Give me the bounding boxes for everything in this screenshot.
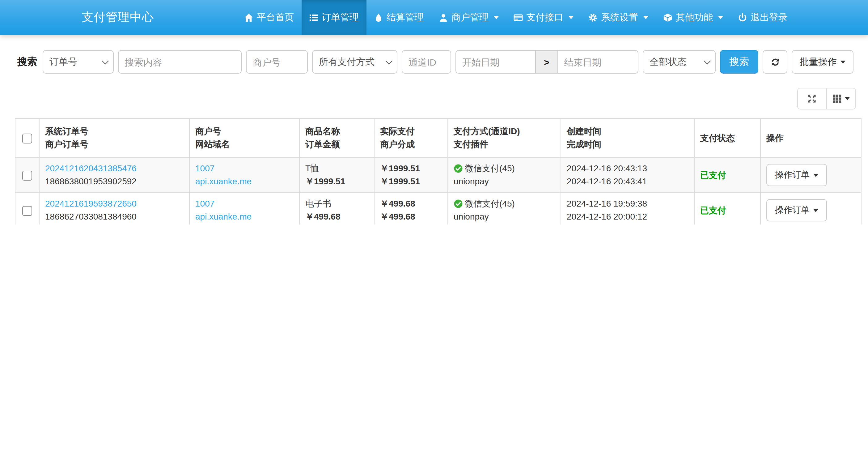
col-header-merchant: 商户号网站域名 [189, 118, 300, 157]
row-checkbox[interactable] [22, 206, 32, 216]
product-name: T恤 [305, 163, 319, 173]
header-label: 支付插件 [454, 138, 555, 151]
header-label: 商户号 [195, 125, 293, 138]
nav-item-label: 订单管理 [322, 11, 359, 23]
created-at: 2024-12-16 20:43:13 [567, 163, 647, 173]
brand-title[interactable]: 支付管理中心 [82, 0, 154, 35]
nav-item-home[interactable]: 平台首页 [237, 0, 301, 35]
list-icon [309, 13, 318, 22]
product-name: 电子书 [305, 199, 331, 208]
system-order-link[interactable]: 2024121620431385476 [45, 162, 136, 175]
row-checkbox[interactable] [22, 171, 32, 181]
nav-item-cube[interactable]: 其他功能 [655, 0, 730, 35]
chevron-down-icon [385, 58, 393, 65]
search-type-select[interactable]: 订单号 [43, 50, 114, 73]
fullscreen-button[interactable] [798, 88, 826, 109]
columns-button[interactable] [826, 88, 855, 109]
table-row: 2024121620431385476186863800195390259210… [15, 157, 861, 193]
status-badge: 已支付 [700, 205, 726, 215]
system-order-link[interactable]: 2024121619593872650 [45, 197, 136, 210]
merchant-share: ￥499.68 [380, 211, 415, 221]
refresh-button[interactable] [763, 50, 787, 73]
nav-item-label: 支付接口 [526, 11, 563, 23]
arrow-right-icon: > [544, 57, 550, 67]
caret-down-icon [643, 16, 648, 19]
grid-columns-icon [832, 94, 841, 103]
date-range-arrow-button[interactable]: > [536, 50, 558, 73]
header-label: 支付方式(通道ID) [454, 125, 555, 138]
credit-card-icon [513, 13, 523, 22]
nav-item-power[interactable]: 退出登录 [730, 0, 795, 35]
order-actions-label: 操作订单 [775, 205, 810, 216]
order-actions-button[interactable]: 操作订单 [766, 164, 827, 186]
actual-paid: ￥1999.51 [380, 163, 420, 173]
pay-plugin: unionpay [454, 176, 489, 186]
caret-down-icon [568, 16, 573, 19]
col-header-check [15, 118, 39, 157]
merchant-id-input[interactable] [246, 50, 308, 73]
power-icon [738, 13, 747, 22]
domain-link[interactable]: api.xuanke.me [195, 210, 251, 223]
order-actions-button[interactable]: 操作订单 [766, 199, 827, 221]
order-amount: ￥1999.51 [305, 176, 345, 186]
select-all-checkbox[interactable] [22, 133, 32, 144]
status-select[interactable]: 全部状态 [643, 50, 716, 73]
col-header-status: 支付状态 [694, 118, 761, 157]
merchant-share: ￥1999.51 [380, 176, 420, 186]
caret-down-icon [494, 16, 498, 19]
completed-at: 2024-12-16 20:00:12 [567, 211, 647, 221]
nav-item-label: 其他功能 [676, 11, 713, 23]
col-header-product: 商品名称订单金额 [300, 118, 374, 157]
nav-item-label: 结算管理 [386, 11, 424, 23]
orders-table: 系统订单号商户订单号商户号网站域名商品名称订单金额实际支付商户分成支付方式(通道… [15, 118, 862, 224]
search-label: 搜索 [17, 55, 37, 68]
pay-method-select[interactable]: 所有支付方式 [312, 50, 397, 73]
chevron-down-icon [704, 58, 711, 65]
completed-at: 2024-12-16 20:43:41 [567, 176, 647, 186]
pay-plugin: unionpay [454, 211, 489, 221]
gear-icon [588, 13, 597, 22]
nav-item-list[interactable]: 订单管理 [301, 0, 366, 35]
page: 支付管理中心 平台首页订单管理结算管理商户管理支付接口系统设置其他功能退出登录 … [0, 0, 868, 224]
top-navbar: 支付管理中心 平台首页订单管理结算管理商户管理支付接口系统设置其他功能退出登录 [0, 0, 868, 35]
date-range-group: > [456, 50, 639, 73]
nav-item-gear[interactable]: 系统设置 [581, 0, 655, 35]
nav-item-label: 系统设置 [601, 11, 638, 23]
header-label: 完成时间 [567, 138, 688, 151]
caret-down-icon [813, 209, 818, 212]
merchant-id-link[interactable]: 1007 [195, 197, 214, 210]
user-icon [438, 13, 448, 22]
status-badge: 已支付 [700, 170, 726, 180]
nav-item-label: 平台首页 [257, 11, 294, 23]
col-header-time: 创建时间完成时间 [561, 118, 694, 157]
search-keyword-input[interactable] [118, 50, 242, 73]
col-header-action: 操作 [761, 118, 861, 157]
nav-item-credit-card[interactable]: 支付接口 [506, 0, 581, 35]
caret-down-icon [840, 60, 845, 63]
nav-item-user[interactable]: 商户管理 [431, 0, 506, 35]
header-label: 实际支付 [380, 125, 442, 138]
col-header-method: 支付方式(通道ID)支付插件 [448, 118, 561, 157]
fullscreen-icon [807, 94, 816, 103]
caret-down-icon [718, 16, 723, 19]
header-label: 商户分成 [380, 138, 442, 151]
bulk-actions-button[interactable]: 批量操作 [792, 50, 854, 73]
header-label: 商户订单号 [45, 138, 184, 151]
merchant-id-link[interactable]: 1007 [195, 162, 214, 175]
end-date-input[interactable] [558, 50, 639, 73]
search-button[interactable]: 搜索 [720, 50, 758, 73]
header-label: 支付状态 [700, 131, 754, 144]
nav-item-label: 商户管理 [452, 11, 489, 23]
start-date-input[interactable] [456, 50, 536, 73]
tint-icon [374, 13, 383, 22]
col-header-paid: 实际支付商户分成 [374, 118, 448, 157]
cube-icon [663, 13, 672, 22]
header-label: 商品名称 [305, 125, 368, 138]
domain-link[interactable]: api.xuanke.me [195, 175, 251, 188]
nav-item-tint[interactable]: 结算管理 [366, 0, 431, 35]
search-type-value: 订单号 [50, 56, 77, 68]
actual-paid: ￥499.68 [380, 199, 415, 208]
header-label: 创建时间 [567, 125, 688, 138]
header-label: 网站域名 [195, 138, 293, 151]
channel-id-input[interactable] [402, 50, 451, 73]
